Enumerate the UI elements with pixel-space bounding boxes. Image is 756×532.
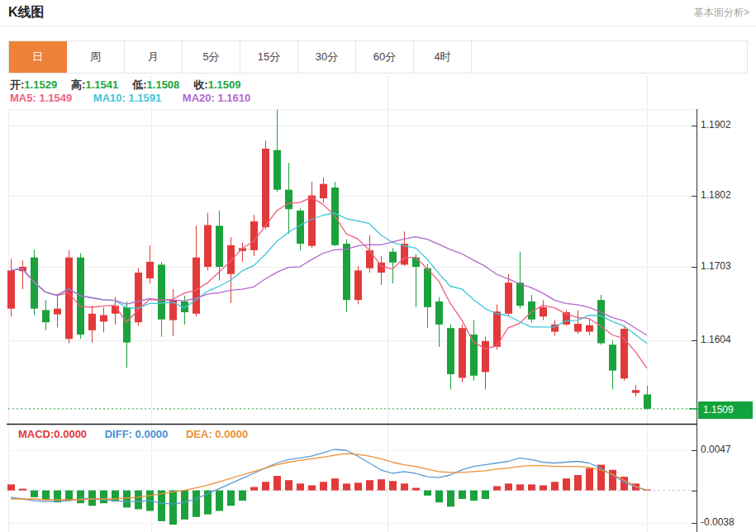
price-axis-label: 1.1703 [701,260,754,272]
kline-widget: K线图 基本面分析> 日周月5分15分30分60分4时 开:1.1529高:1.… [0,0,756,532]
low-label: 低: [132,78,146,91]
close-value: 1.1509 [208,78,241,91]
ma20-value: 1.1610 [217,92,250,104]
ma10-value: 1.1591 [128,92,161,104]
ma-row: MA5: 1.1549 MA10: 1.1591 MA20: 1.1610 [10,92,269,104]
price-axis-label: 1.1902 [701,119,754,131]
macd-axis-label: -0.0038 [701,516,754,528]
ma5-pair: MA5: 1.1549 [10,92,72,104]
high-label: 高: [71,78,85,91]
ma20-pair: MA20: 1.1610 [183,92,250,104]
low-value: 1.1508 [147,78,180,91]
macd-axis-label: 0.0047 [701,444,754,455]
ma10-pair: MA10: 1.1591 [93,92,161,104]
current-price-badge: 1.1509 [698,401,753,419]
open-label: 开: [10,78,24,91]
dea-pair: DEA: 0.0000 [186,428,248,440]
close-label: 收: [193,78,207,91]
ohlc-row: 开:1.1529高:1.1541低:1.1508收:1.1509 [10,78,254,93]
open-value: 1.1529 [24,78,57,91]
dea-value: 0.0000 [215,428,248,440]
diff-value: 0.0000 [136,428,169,440]
price-axis-label: 1.1604 [701,334,754,345]
high-value: 1.1541 [85,78,118,91]
macd-values-row: MACD:0.0000 DIFF: 0.0000 DEA: 0.0000 [18,428,263,440]
ma5-value: 1.1549 [39,92,72,104]
price-axis-label: 1.1802 [701,189,754,201]
diff-pair: DIFF: 0.0000 [105,428,169,440]
macd-value: 0.0000 [54,428,87,440]
macd-pair: MACD:0.0000 [18,428,87,440]
